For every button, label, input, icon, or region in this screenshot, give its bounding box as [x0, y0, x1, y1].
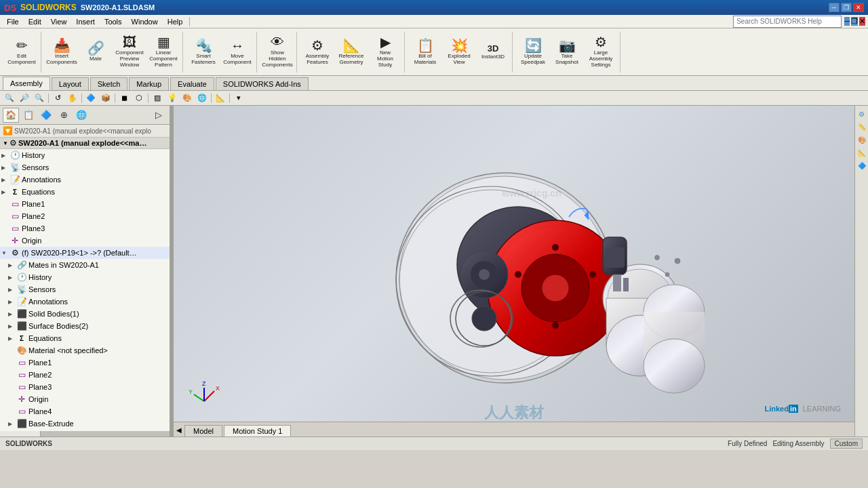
equations-label: Equations [22, 188, 55, 196]
panel-content[interactable]: ▶ 🕐 History ▶ 📡 Sensors ▶ 📝 Annotations … [0, 149, 170, 431]
viewport[interactable]: www.rrjcg.cn X Y Z Linkedin LEARNING 人人素… [174, 106, 854, 436]
tab-sketch[interactable]: Sketch [90, 77, 128, 90]
title-restore[interactable]: ❐ [851, 17, 858, 26]
show-hidden-button[interactable]: 👁 ShowHiddenComponents [261, 34, 294, 70]
tree-item-plane3[interactable]: ▭ Plane3 [0, 222, 170, 235]
tree-item-plane4[interactable]: ▭ Plane4 [0, 405, 170, 418]
rotate-view-button[interactable]: ↺ [51, 92, 64, 104]
bill-of-materials-button[interactable]: 📋 Bill ofMaterials [409, 34, 441, 70]
tree-item-history2[interactable]: ▶ 🕐 History [0, 271, 170, 283]
panel-tab-display[interactable]: 🌐 [73, 108, 90, 123]
zoom-in-button[interactable]: 🔎 [18, 92, 31, 104]
right-panel-btn4[interactable]: 📐 [856, 147, 867, 158]
tree-item-sensors2[interactable]: ▶ 📡 Sensors [0, 283, 170, 296]
menu-window[interactable]: Window [127, 17, 162, 26]
menu-help[interactable]: Help [163, 17, 187, 26]
display-mode-button[interactable]: ⬡ [132, 92, 146, 104]
tree-item-sensors[interactable]: ▶ 📡 Sensors [0, 161, 170, 174]
camera-button[interactable]: 📐 [214, 92, 227, 104]
panel-tab-property[interactable]: 📋 [20, 108, 37, 123]
tree-item-plane1[interactable]: ▭ Plane1 [0, 198, 170, 210]
standard-views-button[interactable]: 🔷 [84, 92, 98, 104]
tab-evaluate[interactable]: Evaluate [170, 77, 214, 90]
tree-item-boss-extrude1[interactable]: ▶ ⬛ Boss-Extrude1 [0, 430, 170, 431]
tree-item-annotations2[interactable]: ▶ 📝 Annotations [0, 296, 170, 308]
tree-item-solid-bodies[interactable]: ▶ ⬛ Solid Bodies(1) [0, 308, 170, 320]
tree-item-plane2[interactable]: ▭ Plane2 [0, 210, 170, 222]
edit-component-button[interactable]: ✏ EditComponent [5, 34, 38, 70]
tree-item-plane3b[interactable]: ▭ Plane3 [0, 381, 170, 393]
tree-item-material[interactable]: 🎨 Material <not specified> [0, 344, 170, 357]
search-input[interactable] [733, 16, 842, 28]
plane1-label: Plane1 [22, 200, 45, 208]
panel-tab-home[interactable]: 🏠 [3, 108, 19, 123]
appearance-button[interactable]: 🎨 [180, 92, 194, 104]
zoom-out-button[interactable]: 🔍 [33, 92, 46, 104]
assembly-features-button[interactable]: ⚙ AssemblyFeatures [301, 34, 334, 70]
exploded-view-button[interactable]: 💥 ExplodedView [443, 34, 475, 70]
smart-fasteners-button[interactable]: 🔩 SmartFasteners [187, 34, 220, 70]
section-view-button[interactable]: ▨ [151, 92, 164, 104]
panel-tab-dim[interactable]: ⊕ [56, 108, 72, 123]
tree-item-annotations[interactable]: ▶ 📝 Annotations [0, 174, 170, 186]
large-assembly-settings-button[interactable]: ⚙ LargeAssemblySettings [585, 34, 617, 70]
expand-panel-button[interactable]: ▷ [151, 108, 167, 123]
tab-markup[interactable]: Markup [129, 77, 169, 90]
display-style-button[interactable]: ◼ [117, 92, 131, 104]
zoom-to-fit-button[interactable]: 🔍 [3, 92, 16, 104]
right-panel-btn5[interactable]: 🔷 [856, 160, 867, 171]
tab-scroll-left[interactable]: ◀ [174, 423, 184, 436]
toolbar-group-main: ✏ EditComponent [3, 32, 41, 73]
panel-horizontal-scroll[interactable] [0, 431, 170, 436]
right-panel-btn1[interactable]: ⚙ [856, 108, 867, 119]
move-component-button[interactable]: ↔ MoveComponent [221, 34, 254, 70]
restore-button[interactable]: ❐ [841, 3, 852, 12]
tree-item-surface-bodies[interactable]: ▶ ⬛ Surface Bodies(2) [0, 320, 170, 332]
tab-motion-study[interactable]: Motion Study 1 [224, 425, 291, 436]
update-speedpak-button[interactable]: 🔄 UpdateSpeedpak [517, 34, 549, 70]
right-panel-btn2[interactable]: 📏 [856, 121, 867, 132]
menu-edit[interactable]: Edit [24, 17, 45, 26]
tree-item-plane1b[interactable]: ▭ Plane1 [0, 357, 170, 369]
tree-item-equations[interactable]: ▶ Σ Equations [0, 186, 170, 198]
pan-button[interactable]: ✋ [66, 92, 79, 104]
menu-view[interactable]: View [47, 17, 71, 26]
close-button[interactable]: ✕ [853, 3, 864, 12]
right-panel-btn3[interactable]: 🎨 [856, 134, 867, 145]
take-snapshot-button[interactable]: 📷 TakeSnapshot [551, 34, 583, 70]
tree-item-mates[interactable]: ▶ 🔗 Mates in SW2020-A1 [0, 259, 170, 271]
menu-file[interactable]: File [3, 17, 23, 26]
linear-pattern-button[interactable]: ▦ LinearComponentPattern [147, 34, 180, 70]
component-preview-button[interactable]: 🖼 ComponentPreviewWindow [113, 34, 146, 70]
menu-insert[interactable]: Insert [72, 17, 99, 26]
tree-item-equations2[interactable]: ▶ Σ Equations [0, 332, 170, 344]
title-bar: DS SOLIDWORKS SW2020-A1.SLDASM ─ ❐ ✕ [0, 0, 868, 15]
title-minimize[interactable]: ─ [844, 17, 850, 26]
tree-item-component[interactable]: ▼ ⚙ (f) SW2020-P19<1> ->? (Default<<Defa… [0, 247, 170, 259]
view-more-button[interactable]: ▾ [232, 92, 245, 104]
menu-tools[interactable]: Tools [100, 17, 126, 26]
plane2b-icon: ▭ [16, 369, 27, 380]
insert-components-button[interactable]: 📥 InsertComponents [45, 34, 78, 70]
tree-item-history[interactable]: ▶ 🕐 History [0, 149, 170, 161]
title-close[interactable]: ✕ [859, 17, 865, 26]
tab-model[interactable]: Model [184, 425, 222, 436]
minimize-button[interactable]: ─ [829, 3, 840, 12]
3d-model: www.rrjcg.cn [355, 142, 708, 400]
view-orientation-button[interactable]: 📦 [99, 92, 113, 104]
custom-button[interactable]: Custom [830, 439, 863, 449]
new-motion-study-button[interactable]: ▶ NewMotionStudy [369, 34, 401, 70]
tab-addins[interactable]: SOLIDWORKS Add-Ins [216, 77, 309, 90]
tab-assembly[interactable]: Assembly [3, 77, 50, 90]
lighting-button[interactable]: 💡 [165, 92, 179, 104]
scene-button[interactable]: 🌐 [195, 92, 209, 104]
reference-geometry-button[interactable]: 📐 ReferenceGeometry [335, 34, 368, 70]
mate-button[interactable]: 🔗 Mate [79, 34, 112, 70]
tab-layout[interactable]: Layout [52, 77, 89, 90]
tree-item-origin[interactable]: ✛ Origin [0, 235, 170, 247]
tree-item-base-extrude[interactable]: ▶ ⬛ Base-Extrude [0, 418, 170, 430]
tree-item-plane2b[interactable]: ▭ Plane2 [0, 369, 170, 381]
panel-tab-config[interactable]: 🔷 [38, 108, 54, 123]
tree-item-origin2[interactable]: ✛ Origin [0, 393, 170, 405]
instant3d-button[interactable]: 3D Instant3D [477, 34, 509, 70]
